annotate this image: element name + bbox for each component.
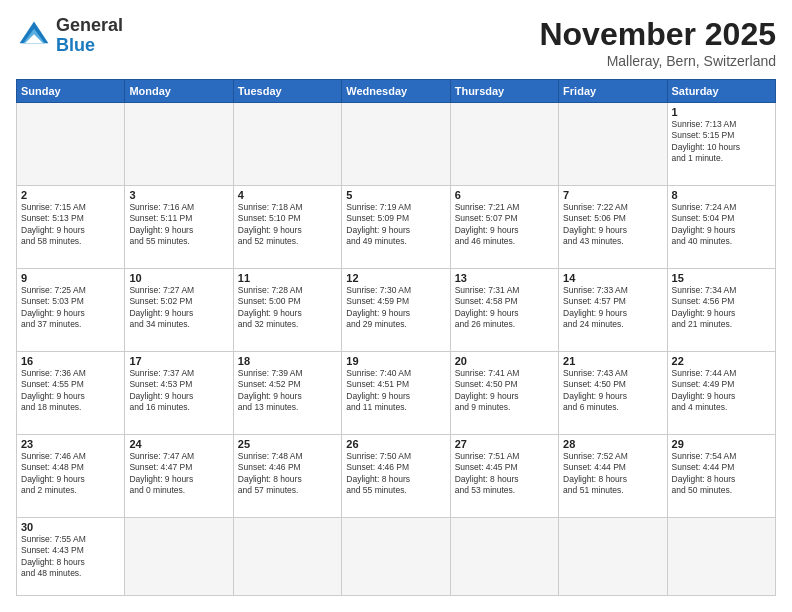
day-4: 4 Sunrise: 7:18 AMSunset: 5:10 PMDayligh… (233, 185, 341, 268)
day-24: 24 Sunrise: 7:47 AMSunset: 4:47 PMDaylig… (125, 434, 233, 517)
empty-cell (559, 517, 667, 595)
day-9: 9 Sunrise: 7:25 AMSunset: 5:03 PMDayligh… (17, 268, 125, 351)
day-29: 29 Sunrise: 7:54 AMSunset: 4:44 PMDaylig… (667, 434, 775, 517)
day-28: 28 Sunrise: 7:52 AMSunset: 4:44 PMDaylig… (559, 434, 667, 517)
day-15: 15 Sunrise: 7:34 AMSunset: 4:56 PMDaylig… (667, 268, 775, 351)
header-friday: Friday (559, 80, 667, 103)
table-row: 16 Sunrise: 7:36 AMSunset: 4:55 PMDaylig… (17, 351, 776, 434)
day-2: 2 Sunrise: 7:15 AMSunset: 5:13 PMDayligh… (17, 185, 125, 268)
day-30: 30 Sunrise: 7:55 AMSunset: 4:43 PMDaylig… (17, 517, 125, 595)
month-title: November 2025 (539, 16, 776, 53)
page: General Blue November 2025 Malleray, Ber… (0, 0, 792, 612)
location: Malleray, Bern, Switzerland (539, 53, 776, 69)
day-3: 3 Sunrise: 7:16 AMSunset: 5:11 PMDayligh… (125, 185, 233, 268)
empty-cell (559, 103, 667, 186)
day-7: 7 Sunrise: 7:22 AMSunset: 5:06 PMDayligh… (559, 185, 667, 268)
day-26: 26 Sunrise: 7:50 AMSunset: 4:46 PMDaylig… (342, 434, 450, 517)
day-8: 8 Sunrise: 7:24 AMSunset: 5:04 PMDayligh… (667, 185, 775, 268)
table-row: 1 Sunrise: 7:13 AMSunset: 5:15 PMDayligh… (17, 103, 776, 186)
empty-cell (667, 517, 775, 595)
day-12: 12 Sunrise: 7:30 AMSunset: 4:59 PMDaylig… (342, 268, 450, 351)
weekday-header-row: Sunday Monday Tuesday Wednesday Thursday… (17, 80, 776, 103)
empty-cell (342, 517, 450, 595)
logo-general: General (56, 15, 123, 35)
header-sunday: Sunday (17, 80, 125, 103)
header-thursday: Thursday (450, 80, 558, 103)
table-row: 2 Sunrise: 7:15 AMSunset: 5:13 PMDayligh… (17, 185, 776, 268)
header-wednesday: Wednesday (342, 80, 450, 103)
empty-cell (125, 517, 233, 595)
day-21: 21 Sunrise: 7:43 AMSunset: 4:50 PMDaylig… (559, 351, 667, 434)
table-row: 23 Sunrise: 7:46 AMSunset: 4:48 PMDaylig… (17, 434, 776, 517)
day-25: 25 Sunrise: 7:48 AMSunset: 4:46 PMDaylig… (233, 434, 341, 517)
logo-icon (16, 18, 52, 54)
empty-cell (450, 517, 558, 595)
day-10: 10 Sunrise: 7:27 AMSunset: 5:02 PMDaylig… (125, 268, 233, 351)
title-block: November 2025 Malleray, Bern, Switzerlan… (539, 16, 776, 69)
day-22: 22 Sunrise: 7:44 AMSunset: 4:49 PMDaylig… (667, 351, 775, 434)
empty-cell (233, 103, 341, 186)
logo-text: General Blue (56, 16, 123, 56)
day-16: 16 Sunrise: 7:36 AMSunset: 4:55 PMDaylig… (17, 351, 125, 434)
day-6: 6 Sunrise: 7:21 AMSunset: 5:07 PMDayligh… (450, 185, 558, 268)
empty-cell (233, 517, 341, 595)
day-23: 23 Sunrise: 7:46 AMSunset: 4:48 PMDaylig… (17, 434, 125, 517)
header-tuesday: Tuesday (233, 80, 341, 103)
day-27: 27 Sunrise: 7:51 AMSunset: 4:45 PMDaylig… (450, 434, 558, 517)
day-5: 5 Sunrise: 7:19 AMSunset: 5:09 PMDayligh… (342, 185, 450, 268)
header: General Blue November 2025 Malleray, Ber… (16, 16, 776, 69)
day-1: 1 Sunrise: 7:13 AMSunset: 5:15 PMDayligh… (667, 103, 775, 186)
header-monday: Monday (125, 80, 233, 103)
day-20: 20 Sunrise: 7:41 AMSunset: 4:50 PMDaylig… (450, 351, 558, 434)
empty-cell (17, 103, 125, 186)
empty-cell (125, 103, 233, 186)
day-13: 13 Sunrise: 7:31 AMSunset: 4:58 PMDaylig… (450, 268, 558, 351)
logo: General Blue (16, 16, 123, 56)
empty-cell (450, 103, 558, 186)
day-19: 19 Sunrise: 7:40 AMSunset: 4:51 PMDaylig… (342, 351, 450, 434)
day-11: 11 Sunrise: 7:28 AMSunset: 5:00 PMDaylig… (233, 268, 341, 351)
empty-cell (342, 103, 450, 186)
table-row: 9 Sunrise: 7:25 AMSunset: 5:03 PMDayligh… (17, 268, 776, 351)
day-17: 17 Sunrise: 7:37 AMSunset: 4:53 PMDaylig… (125, 351, 233, 434)
day-18: 18 Sunrise: 7:39 AMSunset: 4:52 PMDaylig… (233, 351, 341, 434)
calendar: Sunday Monday Tuesday Wednesday Thursday… (16, 79, 776, 596)
header-saturday: Saturday (667, 80, 775, 103)
logo-blue: Blue (56, 35, 95, 55)
table-row: 30 Sunrise: 7:55 AMSunset: 4:43 PMDaylig… (17, 517, 776, 595)
day-14: 14 Sunrise: 7:33 AMSunset: 4:57 PMDaylig… (559, 268, 667, 351)
